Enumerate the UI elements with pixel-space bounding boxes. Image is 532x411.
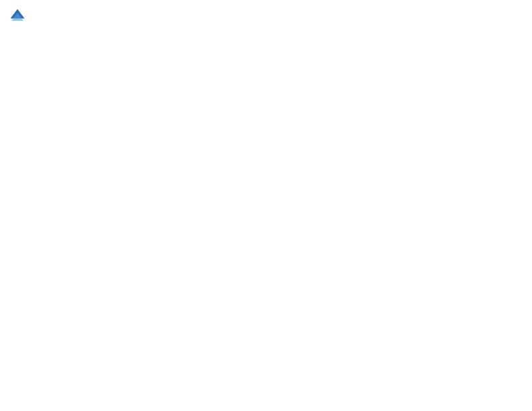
page-container — [0, 0, 532, 411]
logo — [8, 7, 30, 26]
logo-icon — [8, 7, 27, 26]
page-header — [8, 7, 524, 26]
